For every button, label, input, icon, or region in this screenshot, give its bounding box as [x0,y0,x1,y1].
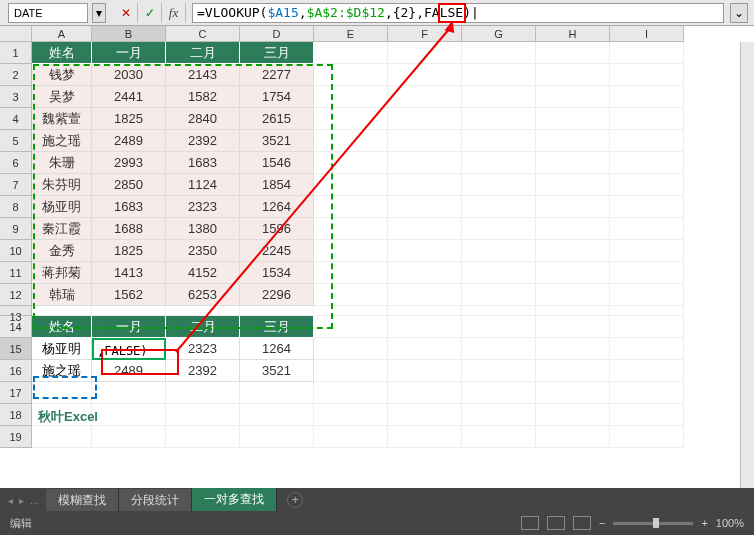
cell[interactable]: 魏紫萱 [32,108,92,130]
cell[interactable] [314,42,388,64]
cell[interactable] [536,108,610,130]
zoom-out-button[interactable]: − [599,517,605,529]
vertical-scrollbar[interactable] [740,42,754,488]
cell[interactable]: 2392 [166,360,240,382]
col-header[interactable]: I [610,26,684,42]
spreadsheet-grid[interactable]: A B C D E F G H I 1 2 3 4 5 6 7 8 9 10 1… [0,26,754,488]
cell[interactable] [314,262,388,284]
cell[interactable] [610,316,684,338]
row-header[interactable]: 9 [0,218,32,240]
cell[interactable] [314,316,388,338]
cell[interactable] [536,306,610,316]
add-sheet-button[interactable]: + [287,492,303,508]
cell[interactable] [462,382,536,404]
active-cell[interactable]: ,FALSE) [92,338,166,360]
cell[interactable]: 韩瑞 [32,284,92,306]
cell[interactable] [166,382,240,404]
row-header[interactable]: 11 [0,262,32,284]
cell[interactable] [388,360,462,382]
cell[interactable] [536,360,610,382]
cell[interactable] [610,64,684,86]
row-header[interactable]: 6 [0,152,32,174]
cell[interactable]: 姓名 [32,42,92,64]
cell[interactable] [240,426,314,448]
cell[interactable] [536,382,610,404]
cell[interactable] [314,426,388,448]
cell[interactable] [462,316,536,338]
cell[interactable] [462,196,536,218]
cell[interactable] [240,382,314,404]
cell[interactable]: 钱梦 [32,64,92,86]
cell[interactable]: 一月 [92,42,166,64]
cell[interactable] [388,306,462,316]
cell[interactable] [92,426,166,448]
cell[interactable] [314,284,388,306]
cell[interactable] [536,404,610,426]
cell[interactable]: 1825 [92,240,166,262]
cell[interactable] [166,404,240,426]
cell[interactable] [462,306,536,316]
cell[interactable] [610,262,684,284]
cell[interactable]: 一月 [92,316,166,338]
cell[interactable] [388,426,462,448]
cell[interactable] [314,174,388,196]
cell[interactable]: 1124 [166,174,240,196]
cell[interactable]: 2392 [166,130,240,152]
sheet-tab[interactable]: 分段统计 [119,489,192,512]
cell[interactable]: 二月 [166,316,240,338]
cell[interactable]: 2245 [240,240,314,262]
cell[interactable]: 2323 [166,196,240,218]
cell[interactable]: 1264 [240,338,314,360]
cell[interactable] [388,42,462,64]
cell[interactable] [610,404,684,426]
row-header[interactable]: 12 [0,284,32,306]
cell[interactable] [536,152,610,174]
cell[interactable] [166,306,240,316]
cell[interactable]: 2323 [166,338,240,360]
cell[interactable] [314,152,388,174]
row-header[interactable]: 10 [0,240,32,262]
cell[interactable] [610,196,684,218]
cell[interactable]: 1546 [240,152,314,174]
sheet-tab[interactable]: 模糊查找 [46,489,119,512]
cell[interactable]: 金秀 [32,240,92,262]
cell[interactable] [462,64,536,86]
cell[interactable] [388,218,462,240]
cell[interactable]: 吴梦 [32,86,92,108]
cell[interactable] [610,42,684,64]
fx-button[interactable]: fx [162,3,186,23]
view-normal-button[interactable] [521,516,539,530]
row-header[interactable]: 17 [0,382,32,404]
cell[interactable]: 三月 [240,316,314,338]
cell[interactable] [462,174,536,196]
cell[interactable] [610,108,684,130]
cell[interactable] [314,108,388,130]
cell[interactable] [388,382,462,404]
cell[interactable]: 1534 [240,262,314,284]
cell[interactable]: 2850 [92,174,166,196]
cell[interactable] [462,338,536,360]
cell[interactable] [536,42,610,64]
cell[interactable] [462,284,536,306]
cell[interactable]: 1683 [166,152,240,174]
cell[interactable] [536,284,610,306]
cell[interactable] [314,306,388,316]
row-header[interactable]: 4 [0,108,32,130]
cell[interactable]: 1683 [92,196,166,218]
row-header[interactable]: 18 [0,404,32,426]
cell[interactable] [610,360,684,382]
cell[interactable] [462,240,536,262]
cell[interactable] [388,262,462,284]
cell[interactable] [610,426,684,448]
cell[interactable] [166,426,240,448]
cell[interactable] [610,382,684,404]
cell[interactable] [462,108,536,130]
cell[interactable] [536,86,610,108]
col-header[interactable]: A [32,26,92,42]
cell[interactable] [388,86,462,108]
cell[interactable] [388,196,462,218]
cell[interactable]: 1380 [166,218,240,240]
cell[interactable]: 1825 [92,108,166,130]
cell[interactable]: 姓名 [32,316,92,338]
cell[interactable] [388,108,462,130]
